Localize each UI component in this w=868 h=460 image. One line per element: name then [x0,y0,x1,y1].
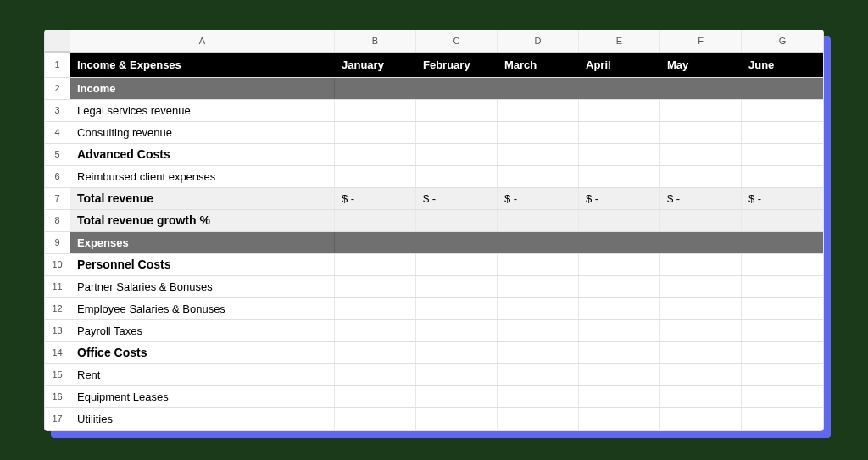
cell-G15[interactable] [742,364,823,385]
row-number-1[interactable]: 1 [45,53,70,77]
cell-D3[interactable] [498,100,579,121]
cell-C4[interactable] [416,122,498,143]
col-header-G[interactable]: G [742,30,823,52]
cell-E13[interactable] [579,320,660,341]
cell-D6[interactable] [498,166,579,187]
cell-F2[interactable] [660,78,742,99]
cell-C7[interactable]: $ - [416,188,498,209]
cell-E8[interactable] [579,210,660,231]
cell-A11[interactable]: Partner Salaries & Bonuses [70,276,335,297]
cell-G3[interactable] [742,100,823,121]
cell-F12[interactable] [660,298,742,319]
cell-A3[interactable]: Legal services revenue [70,100,335,121]
cell-D13[interactable] [498,320,579,341]
row-number-17[interactable]: 17 [45,408,70,430]
row-number-8[interactable]: 8 [45,210,70,231]
cell-D5[interactable] [498,144,579,165]
cell-G1[interactable]: June [742,53,823,77]
col-header-E[interactable]: E [579,30,660,52]
cell-E11[interactable] [579,276,660,297]
cell-D8[interactable] [498,210,579,231]
col-header-D[interactable]: D [498,30,579,52]
cell-F14[interactable] [660,342,742,363]
cell-A6[interactable]: Reimbursed client expenses [70,166,335,187]
row-number-4[interactable]: 4 [45,122,70,143]
row-number-15[interactable]: 15 [45,364,70,385]
cell-F9[interactable] [660,232,742,253]
cell-B11[interactable] [335,276,416,297]
cell-G14[interactable] [742,342,823,363]
cell-E5[interactable] [579,144,660,165]
cell-B16[interactable] [335,386,416,407]
cell-E16[interactable] [579,386,660,407]
cell-B1[interactable]: January [335,53,416,77]
cell-A5[interactable]: Advanced Costs [70,144,335,165]
cell-G5[interactable] [742,144,823,165]
cell-G16[interactable] [742,386,823,407]
cell-A10[interactable]: Personnel Costs [70,254,335,275]
cell-G4[interactable] [742,122,823,143]
row-number-5[interactable]: 5 [45,144,70,165]
cell-D9[interactable] [498,232,579,253]
cell-B13[interactable] [335,320,416,341]
row-number-10[interactable]: 10 [45,254,70,275]
cell-D1[interactable]: March [498,53,579,77]
cell-B4[interactable] [335,122,416,143]
cell-A4[interactable]: Consulting revenue [70,122,335,143]
cell-A14[interactable]: Office Costs [70,342,335,363]
cell-B3[interactable] [335,100,416,121]
cell-G17[interactable] [742,408,823,430]
cell-E12[interactable] [579,298,660,319]
row-number-7[interactable]: 7 [45,188,70,209]
row-number-11[interactable]: 11 [45,276,70,297]
cell-F6[interactable] [660,166,742,187]
cell-C2[interactable] [416,78,498,99]
cell-F10[interactable] [660,254,742,275]
cell-A7[interactable]: Total revenue [70,188,335,209]
cell-D15[interactable] [498,364,579,385]
cell-F4[interactable] [660,122,742,143]
cell-G7[interactable]: $ - [742,188,823,209]
cell-C9[interactable] [416,232,498,253]
cell-F7[interactable]: $ - [660,188,742,209]
cell-A2[interactable]: Income [70,78,335,99]
cell-D2[interactable] [498,78,579,99]
col-header-C[interactable]: C [416,30,498,52]
cell-E7[interactable]: $ - [579,188,660,209]
cell-C17[interactable] [416,408,498,430]
cell-F16[interactable] [660,386,742,407]
cell-C10[interactable] [416,254,498,275]
cell-B5[interactable] [335,144,416,165]
cell-C8[interactable] [416,210,498,231]
cell-E14[interactable] [579,342,660,363]
cell-D16[interactable] [498,386,579,407]
cell-G13[interactable] [742,320,823,341]
row-number-14[interactable]: 14 [45,342,70,363]
row-number-3[interactable]: 3 [45,100,70,121]
cell-A12[interactable]: Employee Salaries & Bonuses [70,298,335,319]
cell-C11[interactable] [416,276,498,297]
row-number-9[interactable]: 9 [45,232,70,253]
cell-D12[interactable] [498,298,579,319]
cell-G10[interactable] [742,254,823,275]
cell-D14[interactable] [498,342,579,363]
cell-E1[interactable]: April [579,53,660,77]
cell-G11[interactable] [742,276,823,297]
cell-G6[interactable] [742,166,823,187]
col-header-F[interactable]: F [660,30,742,52]
col-header-A[interactable]: A [70,30,335,52]
cell-D7[interactable]: $ - [498,188,579,209]
cell-C5[interactable] [416,144,498,165]
select-all-corner[interactable] [45,30,70,52]
cell-E2[interactable] [579,78,660,99]
cell-D10[interactable] [498,254,579,275]
cell-C13[interactable] [416,320,498,341]
cell-E3[interactable] [579,100,660,121]
cell-E10[interactable] [579,254,660,275]
cell-G9[interactable] [742,232,823,253]
cell-B7[interactable]: $ - [335,188,416,209]
cell-A15[interactable]: Rent [70,364,335,385]
cell-B15[interactable] [335,364,416,385]
cell-B10[interactable] [335,254,416,275]
cell-C6[interactable] [416,166,498,187]
